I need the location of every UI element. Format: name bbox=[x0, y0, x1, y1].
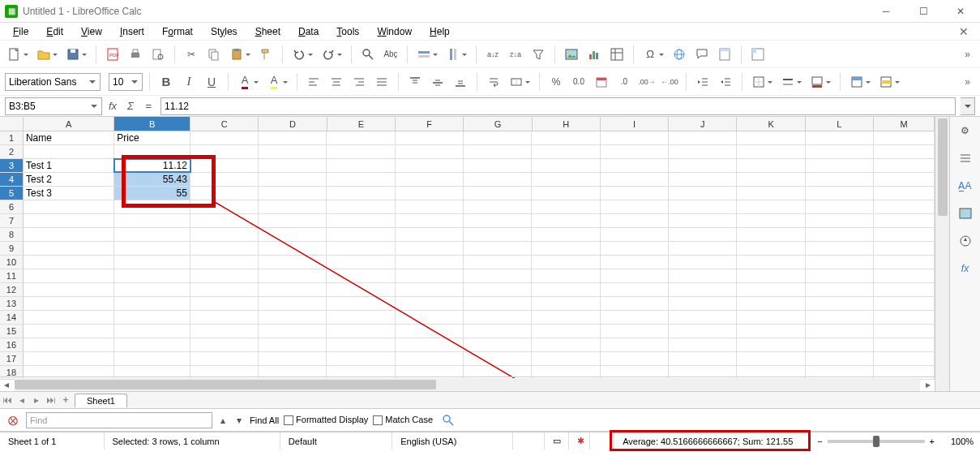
cell-G2[interactable] bbox=[464, 145, 532, 158]
cell-K12[interactable] bbox=[737, 283, 805, 296]
cell-C12[interactable] bbox=[190, 283, 259, 296]
cell-B10[interactable] bbox=[114, 256, 190, 269]
cell-F7[interactable] bbox=[396, 214, 464, 227]
cell-L12[interactable] bbox=[806, 283, 874, 296]
cell-G3[interactable] bbox=[464, 159, 532, 172]
cell-F13[interactable] bbox=[396, 297, 464, 310]
cell-L15[interactable] bbox=[806, 325, 874, 338]
cell-G5[interactable] bbox=[464, 187, 532, 200]
cell-G12[interactable] bbox=[464, 283, 532, 296]
cell-F2[interactable] bbox=[396, 145, 464, 158]
align-middle-button[interactable] bbox=[428, 72, 447, 92]
column-header-K[interactable]: K bbox=[737, 117, 805, 131]
formatted-display-checkbox[interactable]: Formatted Display bbox=[284, 415, 368, 425]
cell-A13[interactable] bbox=[24, 297, 114, 310]
cell-H12[interactable] bbox=[532, 283, 600, 296]
status-signature[interactable] bbox=[590, 432, 614, 450]
comment-button[interactable] bbox=[692, 45, 712, 64]
menu-window[interactable]: Window bbox=[369, 24, 420, 39]
column-button[interactable] bbox=[443, 45, 463, 64]
cell-E7[interactable] bbox=[327, 214, 395, 227]
row-header-9[interactable]: 9 bbox=[0, 242, 24, 255]
cell-I16[interactable] bbox=[601, 338, 669, 351]
borders-button[interactable] bbox=[749, 72, 768, 92]
general-format-button[interactable]: .0 bbox=[614, 72, 634, 92]
column-header-D[interactable]: D bbox=[259, 117, 327, 131]
cell-G6[interactable] bbox=[464, 200, 532, 213]
cell-I9[interactable] bbox=[601, 242, 669, 255]
status-insert-mode[interactable] bbox=[513, 432, 546, 450]
cell-L7[interactable] bbox=[806, 214, 874, 227]
cell-F10[interactable] bbox=[396, 256, 464, 269]
cell-G8[interactable] bbox=[464, 228, 532, 241]
cell-L8[interactable] bbox=[806, 228, 874, 241]
cell-M13[interactable] bbox=[874, 297, 935, 310]
cell-D3[interactable] bbox=[259, 159, 327, 172]
cell-C9[interactable] bbox=[190, 242, 259, 255]
print-button[interactable] bbox=[126, 45, 145, 64]
cell-B9[interactable] bbox=[114, 242, 190, 255]
cell-L14[interactable] bbox=[806, 311, 874, 324]
row-header-4[interactable]: 4 bbox=[0, 173, 24, 186]
cell-L10[interactable] bbox=[806, 256, 874, 269]
cell-E2[interactable] bbox=[327, 145, 395, 158]
column-header-L[interactable]: L bbox=[806, 117, 874, 131]
cell-M8[interactable] bbox=[874, 228, 935, 241]
cell-M12[interactable] bbox=[874, 283, 935, 296]
cell-L6[interactable] bbox=[806, 200, 874, 213]
cell-K5[interactable] bbox=[737, 187, 805, 200]
font-color-button[interactable]: A bbox=[235, 72, 255, 92]
cell-E12[interactable] bbox=[327, 283, 395, 296]
font-size-combo[interactable]: 10 bbox=[109, 73, 143, 91]
undo-button[interactable] bbox=[289, 45, 309, 64]
cell-D8[interactable] bbox=[259, 228, 327, 241]
close-document-button[interactable]: ✕ bbox=[952, 25, 975, 38]
find-all-button[interactable]: Find All bbox=[250, 415, 279, 425]
cell-E15[interactable] bbox=[327, 325, 395, 338]
cell-I8[interactable] bbox=[601, 228, 669, 241]
row-header-15[interactable]: 15 bbox=[0, 325, 24, 338]
cell-D12[interactable] bbox=[259, 283, 327, 296]
cell-B14[interactable] bbox=[114, 311, 190, 324]
cell-D15[interactable] bbox=[259, 325, 327, 338]
formula-expand-button[interactable] bbox=[961, 97, 975, 115]
cell-I11[interactable] bbox=[601, 269, 669, 282]
cell-J6[interactable] bbox=[669, 200, 737, 213]
sidebar-navigator-icon[interactable] bbox=[955, 230, 976, 252]
cell-C16[interactable] bbox=[190, 338, 259, 351]
border-style-button[interactable] bbox=[778, 72, 798, 92]
name-box[interactable]: B3:B5 bbox=[5, 97, 102, 115]
cell-A9[interactable] bbox=[24, 242, 114, 255]
headers-footers-button[interactable] bbox=[715, 45, 734, 64]
cell-E11[interactable] bbox=[327, 269, 395, 282]
cell-L2[interactable] bbox=[806, 145, 874, 158]
cell-F15[interactable] bbox=[396, 325, 464, 338]
sidebar-gallery-icon[interactable] bbox=[955, 203, 976, 224]
align-right-button[interactable] bbox=[349, 72, 369, 92]
cell-J12[interactable] bbox=[669, 283, 737, 296]
cell-C11[interactable] bbox=[190, 269, 259, 282]
cell-D13[interactable] bbox=[259, 297, 327, 310]
spellcheck-button[interactable]: Abç bbox=[381, 45, 400, 64]
row-header-8[interactable]: 8 bbox=[0, 228, 24, 241]
cell-H1[interactable] bbox=[532, 131, 600, 144]
align-justify-button[interactable] bbox=[372, 72, 392, 92]
cell-C1[interactable] bbox=[190, 131, 259, 144]
find-prev-button[interactable]: ▴ bbox=[217, 415, 229, 426]
vertical-scrollbar[interactable] bbox=[935, 117, 949, 391]
cell-H5[interactable] bbox=[532, 187, 600, 200]
cell-M4[interactable] bbox=[874, 173, 935, 186]
clone-formatting-button[interactable] bbox=[256, 45, 276, 64]
cell-K4[interactable] bbox=[737, 173, 805, 186]
cell-M7[interactable] bbox=[874, 214, 935, 227]
cell-I15[interactable] bbox=[601, 325, 669, 338]
tab-last[interactable]: ⏭ bbox=[44, 394, 58, 406]
cell-F9[interactable] bbox=[396, 242, 464, 255]
cell-B1[interactable]: Price bbox=[114, 131, 190, 144]
cell-L13[interactable] bbox=[806, 297, 874, 310]
autofilter-button[interactable] bbox=[529, 45, 548, 64]
cell-G1[interactable] bbox=[464, 131, 532, 144]
cell-G16[interactable] bbox=[464, 338, 532, 351]
cell-H14[interactable] bbox=[532, 311, 600, 324]
cell-A2[interactable] bbox=[24, 145, 114, 158]
